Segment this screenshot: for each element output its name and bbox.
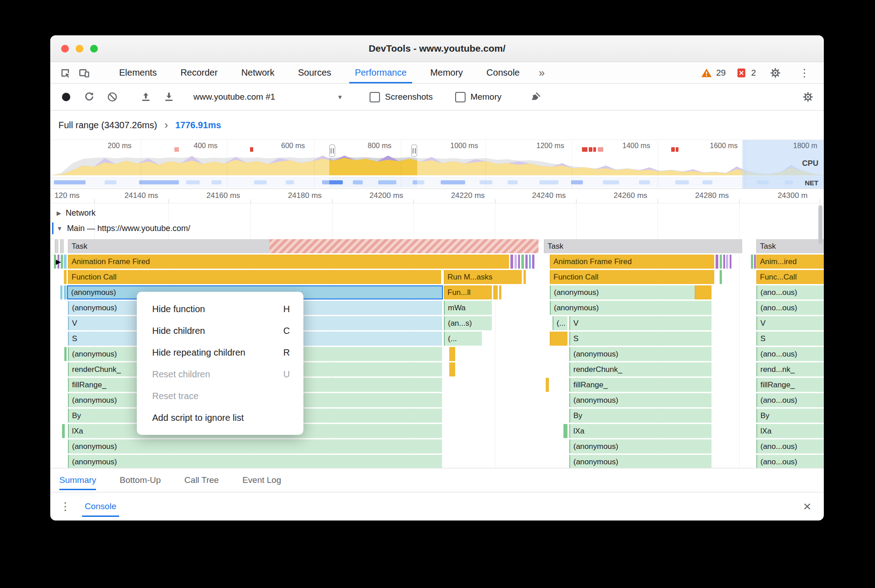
flame-event[interactable]: (ano...ous)	[756, 439, 824, 453]
flame-event[interactable]	[720, 255, 722, 269]
flame-event[interactable]: (anonymous)	[550, 285, 712, 299]
flame-event[interactable]	[55, 239, 58, 253]
customize-devtools-button[interactable]: ⋮	[795, 64, 814, 82]
flame-event[interactable]	[546, 378, 549, 392]
load-profile-button[interactable]	[136, 88, 155, 106]
device-toolbar-button[interactable]	[75, 64, 94, 82]
flame-event[interactable]: V	[569, 316, 712, 330]
flame-event[interactable]	[499, 285, 501, 299]
flame-event[interactable]: Animation Frame Fired	[550, 255, 714, 269]
context-menu-item-hide-children[interactable]: Hide childrenC	[137, 320, 303, 342]
memory-toggle[interactable]: Memory	[455, 92, 502, 102]
zoom-window-button[interactable]	[90, 45, 98, 53]
flame-event[interactable]: Task	[544, 239, 742, 253]
tab-memory[interactable]: Memory	[418, 62, 475, 83]
flame-event[interactable]: (anonymous)	[68, 455, 442, 468]
flame-event[interactable]: ▶	[56, 255, 65, 269]
flame-event[interactable]: (anonymous)	[569, 455, 712, 468]
minimize-window-button[interactable]	[76, 45, 83, 53]
flame-event[interactable]: By	[756, 409, 824, 423]
profile-history-select[interactable]: www.youtube.com #1 ▼	[189, 92, 347, 102]
tab-console[interactable]: Console	[475, 62, 531, 83]
record-button[interactable]	[57, 88, 76, 106]
window-resize-handle-left[interactable]	[329, 145, 335, 157]
flame-event[interactable]	[754, 255, 756, 269]
flame-event[interactable]	[60, 239, 64, 253]
tab-network[interactable]: Network	[230, 62, 286, 83]
flame-event[interactable]	[449, 347, 455, 361]
flame-event[interactable]	[449, 362, 455, 376]
flame-event[interactable]: (anonymous)	[569, 439, 712, 453]
flame-event[interactable]: lXa	[756, 424, 824, 438]
flame-event[interactable]	[518, 255, 520, 269]
tab-recorder[interactable]: Recorder	[168, 62, 229, 83]
flame-event[interactable]	[550, 332, 567, 346]
warnings-badge[interactable]: 29	[701, 67, 726, 79]
flame-event[interactable]: (...	[553, 316, 567, 330]
flame-event[interactable]: Anim...ired	[756, 255, 824, 269]
flame-event[interactable]	[524, 270, 526, 284]
screenshots-checkbox[interactable]	[370, 92, 380, 102]
flame-event[interactable]: Function Call	[68, 270, 441, 284]
settings-button[interactable]	[766, 64, 785, 82]
context-menu-item-hide-repeating-children[interactable]: Hide repeating childrenR	[137, 342, 303, 363]
flame-event[interactable]	[510, 255, 513, 269]
flame-event[interactable]	[521, 255, 524, 269]
flame-event[interactable]: renderChunk_	[569, 362, 712, 376]
flame-event[interactable]	[514, 255, 517, 269]
details-tab-call-tree[interactable]: Call Tree	[184, 468, 219, 492]
flame-event[interactable]: fillRange_	[569, 378, 712, 392]
flame-event[interactable]	[751, 255, 753, 269]
context-menu-item-add-script-to-ignore-list[interactable]: Add script to ignore list	[137, 407, 303, 429]
details-tab-event-log[interactable]: Event Log	[242, 468, 281, 492]
flame-event[interactable]	[695, 285, 712, 299]
flame-event[interactable]	[60, 285, 62, 299]
capture-settings-button[interactable]	[798, 88, 817, 106]
flame-event[interactable]	[62, 424, 65, 438]
flame-event[interactable]: Func...Call	[756, 270, 824, 284]
flame-event[interactable]: fillRange_	[756, 378, 824, 392]
close-window-button[interactable]	[61, 45, 69, 53]
close-drawer-button[interactable]: ×	[803, 500, 817, 513]
flame-event[interactable]: (...	[444, 332, 482, 346]
tab-sources[interactable]: Sources	[286, 62, 343, 83]
flame-event[interactable]: Function Call	[550, 270, 714, 284]
flame-event[interactable]	[726, 255, 728, 269]
flame-event[interactable]	[64, 270, 67, 284]
save-profile-button[interactable]	[159, 88, 178, 106]
collect-garbage-button[interactable]	[526, 88, 545, 106]
flame-event[interactable]: S	[756, 332, 824, 346]
flame-event[interactable]: Animation Frame Fired	[68, 255, 509, 269]
flame-event[interactable]: (ano...ous)	[756, 301, 824, 315]
errors-badge[interactable]: 2	[736, 67, 756, 79]
flame-event[interactable]	[720, 270, 722, 284]
flame-event[interactable]: (anonymous)	[68, 439, 442, 453]
flame-event[interactable]: S	[569, 332, 712, 346]
tab-performance[interactable]: Performance	[343, 62, 418, 83]
flame-event[interactable]	[723, 255, 725, 269]
context-menu-item-hide-function[interactable]: Hide functionH	[137, 298, 303, 320]
flame-event[interactable]	[493, 285, 498, 299]
flame-event[interactable]: (an...s)	[444, 316, 492, 330]
flame-event[interactable]: (ano...ous)	[756, 393, 824, 407]
flame-event[interactable]: (ano...ous)	[756, 285, 824, 299]
details-tab-summary[interactable]: Summary	[59, 468, 96, 492]
inspect-element-button[interactable]	[56, 64, 75, 82]
window-resize-handle-right[interactable]	[411, 145, 417, 157]
clear-button[interactable]	[103, 88, 122, 106]
flame-event[interactable]: By	[569, 409, 712, 423]
full-range-crumb[interactable]: Full range (34307.26ms)	[58, 120, 157, 130]
flame-event[interactable]: mWa	[444, 301, 492, 315]
flame-event[interactable]: lXa	[569, 424, 712, 438]
memory-checkbox[interactable]	[455, 92, 466, 102]
flame-event[interactable]: (ano...ous)	[756, 455, 824, 468]
flame-event[interactable]	[525, 255, 528, 269]
record-and-reload-button[interactable]	[80, 88, 99, 106]
flame-event[interactable]	[730, 255, 731, 269]
flame-event[interactable]	[532, 255, 534, 269]
flame-event[interactable]	[529, 255, 531, 269]
flame-event[interactable]: Fun...ll	[444, 285, 492, 299]
details-tab-bottom-up[interactable]: Bottom-Up	[120, 468, 161, 492]
drawer-menu-button[interactable]: ⋮	[58, 500, 73, 513]
titlebar[interactable]: DevTools - www.youtube.com/	[50, 35, 824, 62]
